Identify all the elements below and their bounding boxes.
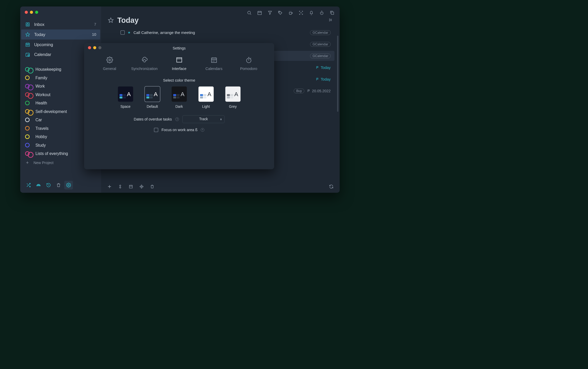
project-label: Self-development [35, 109, 67, 114]
shuffle-button[interactable] [24, 181, 33, 190]
close-modal-button[interactable] [88, 46, 91, 49]
theme-header: Select color theme [84, 76, 274, 87]
svg-marker-0 [26, 32, 30, 36]
window-traffic-lights [25, 11, 38, 14]
calendar-icon [210, 56, 218, 64]
svg-rect-13 [331, 12, 334, 14]
trash-button[interactable] [54, 181, 63, 190]
tab-pomodoro[interactable]: Pomodoro [234, 56, 263, 71]
overdue-label: Dates of overdue tasks [134, 117, 172, 122]
project-label: Lists of everything [35, 151, 68, 156]
nav-item-today[interactable]: Today 10 [21, 30, 100, 40]
project-label: Study [35, 143, 46, 147]
sort-button[interactable] [117, 184, 123, 189]
svg-point-11 [301, 12, 301, 13]
minimize-window-button[interactable] [30, 11, 33, 14]
nav-label: Inbox [34, 22, 45, 27]
theme-dark[interactable]: A Dark [172, 87, 187, 109]
settings-tabs: General Synchronization Interface Calend… [84, 52, 274, 76]
focus-checkbox[interactable] [154, 128, 158, 132]
source-badge: GCalendar [310, 30, 330, 35]
delete-button[interactable] [150, 184, 155, 189]
nav-item-inbox[interactable]: Inbox 7 [20, 19, 101, 30]
focus-label: Focus on work area ß [161, 128, 197, 132]
star-icon [25, 32, 30, 37]
tag-badge: Buy [294, 89, 304, 93]
nav-count: 7 [94, 22, 96, 27]
fullscreen-window-button[interactable] [35, 11, 38, 14]
source-badge: GCalendar [310, 54, 330, 58]
gear-icon [106, 56, 113, 64]
help-icon[interactable]: ? [201, 128, 204, 132]
coffee-icon[interactable] [288, 10, 293, 16]
project-label: Travels [35, 126, 49, 131]
page-header: Today [101, 6, 340, 27]
new-project-label: New Project [33, 160, 53, 165]
move-button[interactable] [139, 184, 144, 189]
theme-grey[interactable]: A Grey [225, 87, 240, 109]
svg-point-7 [68, 184, 69, 186]
help-icon[interactable]: ? [175, 117, 179, 121]
minimize-modal-button[interactable] [93, 46, 96, 49]
toolbar [247, 10, 335, 16]
svg-rect-18 [211, 58, 217, 63]
svg-rect-15 [129, 185, 133, 188]
select-caret-icon: ▲▼ [220, 118, 222, 120]
sync-button[interactable] [329, 184, 334, 189]
bell-icon[interactable] [309, 10, 314, 16]
flag-date: 20.05.2022 [307, 89, 331, 93]
tab-label: Interface [172, 67, 186, 71]
calendar-icon[interactable] [257, 10, 262, 16]
svg-point-16 [109, 59, 111, 61]
stopwatch-icon[interactable] [319, 10, 325, 16]
theme-label: Default [147, 105, 158, 109]
star-outline-icon[interactable] [108, 17, 114, 23]
modal-title: Settings [84, 45, 274, 52]
rainbow-button[interactable] [34, 181, 43, 190]
svg-point-2 [27, 45, 27, 45]
project-label: Housekeeping [35, 67, 61, 72]
calendar-grid-icon [25, 42, 30, 47]
plus-icon: + [25, 160, 30, 165]
project-label: Workout [35, 92, 50, 97]
theme-space[interactable]: A Space [118, 87, 133, 109]
theme-light[interactable]: A Light [199, 87, 214, 109]
checkbox[interactable] [121, 31, 125, 35]
theme-label: Light [202, 105, 210, 109]
add-task-button[interactable] [107, 184, 112, 189]
theme-default[interactable]: A Default [145, 87, 160, 109]
tab-interface[interactable]: Interface [165, 56, 194, 71]
history-button[interactable] [44, 181, 53, 190]
stopwatch-icon [245, 56, 253, 64]
project-label: Health [35, 101, 47, 105]
theme-label: Dark [175, 105, 183, 109]
flag-today: Today [316, 77, 330, 81]
tab-calendars[interactable]: Calendars [199, 56, 229, 71]
search-icon[interactable] [247, 10, 252, 16]
tab-label: Synchronization [131, 67, 158, 71]
nav-label: Calendar [34, 52, 51, 57]
filter-icon[interactable] [267, 10, 273, 16]
nav-label: Upcoming [34, 42, 53, 47]
collapse-icon[interactable] [328, 18, 333, 23]
copy-icon[interactable] [329, 10, 335, 16]
settings-button[interactable] [64, 181, 73, 190]
main-bottom-bar [101, 180, 340, 193]
task-row[interactable]: ★ Call Catherine, arrange the meeting GC… [117, 27, 335, 38]
project-label: Work [35, 84, 45, 88]
svg-point-3 [27, 45, 28, 45]
tab-general[interactable]: General [95, 56, 124, 71]
schedule-button[interactable] [128, 184, 134, 189]
tag-icon[interactable] [278, 10, 283, 16]
scrollbar[interactable] [337, 36, 339, 112]
fullscreen-modal-disabled [98, 46, 101, 49]
focus-icon[interactable] [298, 10, 304, 16]
task-text: Call Catherine, arrange the meeting [134, 30, 195, 35]
svg-point-10 [279, 12, 280, 12]
overdue-select[interactable]: Track ▲▼ [182, 115, 225, 123]
sidebar-bottom-bar [20, 178, 101, 193]
close-window-button[interactable] [25, 11, 28, 14]
overdue-row: Dates of overdue tasks ? Track ▲▼ [84, 109, 274, 123]
tab-synchronization[interactable]: Synchronization [130, 56, 159, 71]
calendar-clock-icon [25, 52, 30, 57]
